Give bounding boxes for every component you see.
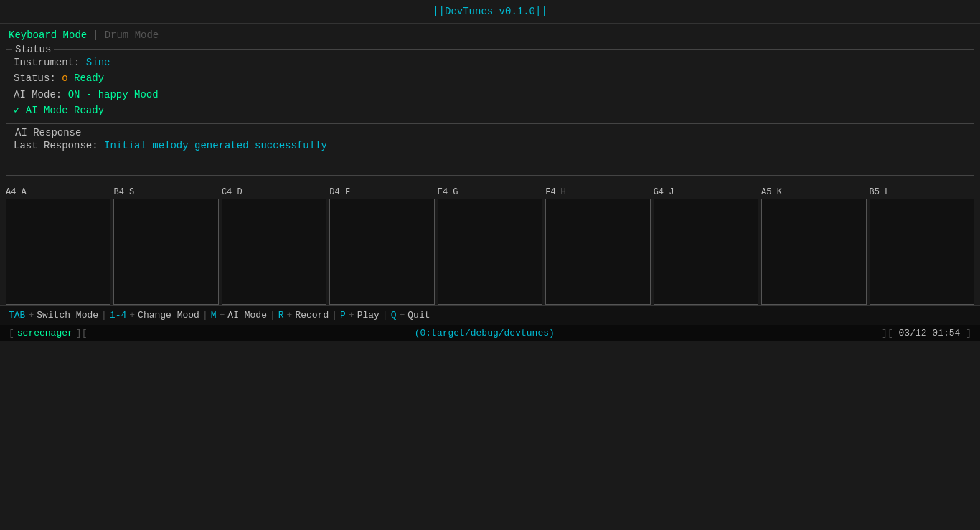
piano-key-group-8: B5 L: [870, 187, 974, 305]
status-line: Status: o Ready: [14, 70, 966, 86]
bottom-action-0: Switch Mode: [37, 310, 98, 321]
bottom-key-4: P: [340, 310, 346, 321]
keyboard-mode-tab[interactable]: Keyboard Mode: [9, 29, 87, 41]
bottom-action-5: Quit: [407, 310, 430, 321]
bottom-action-1: Change Mood: [138, 310, 199, 321]
piano-key-label-0: A4 A: [6, 187, 110, 197]
ai-response-line: Last Response: Initial melody generated …: [14, 138, 966, 153]
piano-keys-area: A4 AB4 SC4 DD4 FE4 GF4 HG4 JA5 KB5 L: [0, 187, 980, 305]
drum-mode-tab[interactable]: Drum Mode: [105, 29, 159, 41]
piano-key-B4[interactable]: [113, 199, 218, 305]
bottom-sep-4: |: [331, 310, 337, 321]
piano-key-D4[interactable]: [329, 199, 434, 305]
piano-key-group-0: A4 A: [6, 187, 110, 305]
piano-key-A4[interactable]: [6, 199, 110, 305]
status-bar-left: [ screenager ][: [9, 328, 87, 339]
bottom-item-1: 1-4 + Change Mood: [110, 310, 199, 321]
piano-key-group-4: E4 G: [438, 187, 542, 305]
instrument-value: Sine: [86, 57, 110, 68]
plus-sep-3: +: [287, 310, 293, 321]
status-indicator: o: [62, 72, 67, 84]
bottom-item-4: P + Play: [340, 310, 380, 321]
ai-response-panel-title: AI Response: [12, 127, 84, 138]
bottom-sep-2: |: [202, 310, 208, 321]
piano-key-label-7: A5 K: [761, 187, 866, 197]
plus-sep-5: +: [399, 310, 405, 321]
ai-ready-text: ✓ AI Mode Ready: [14, 105, 104, 116]
status-label: Status:: [14, 72, 56, 84]
right-bracket: ][: [882, 328, 893, 339]
piano-key-group-6: G4 J: [654, 187, 758, 305]
ai-mode-value: ON - happy Mood: [68, 89, 159, 100]
bottom-bar: TAB + Switch Mode | 1-4 + Change Mood | …: [0, 305, 980, 325]
bottom-action-3: Record: [295, 310, 329, 321]
piano-key-group-1: B4 S: [113, 187, 218, 305]
piano-key-E4[interactable]: [438, 199, 542, 305]
plus-sep-0: +: [28, 310, 34, 321]
piano-key-B5[interactable]: [870, 199, 974, 305]
ai-mode-label: AI Mode:: [14, 89, 62, 100]
bottom-sep-3: |: [270, 310, 275, 321]
mode-tabs: Keyboard Mode | Drum Mode: [0, 24, 980, 47]
piano-key-label-8: B5 L: [870, 187, 974, 197]
piano-key-label-1: B4 S: [113, 187, 218, 197]
piano-key-group-2: C4 D: [222, 187, 326, 305]
bottom-item-2: M + AI Mode: [211, 310, 267, 321]
bottom-key-1: 1-4: [110, 310, 126, 321]
ai-mode-line: AI Mode: ON - happy Mood: [14, 87, 966, 103]
ai-ready-line: ✓ AI Mode Ready: [14, 103, 966, 118]
status-panel-title: Status: [12, 44, 54, 55]
bottom-sep-1: |: [101, 310, 107, 321]
session-name: screenager: [17, 328, 73, 339]
bottom-item-3: R + Record: [278, 310, 329, 321]
piano-key-G4[interactable]: [654, 199, 758, 305]
piano-key-group-3: D4 F: [329, 187, 434, 305]
plus-sep-4: +: [349, 310, 354, 321]
piano-key-C4[interactable]: [222, 199, 326, 305]
bottom-item-5: Q + Quit: [391, 310, 430, 321]
left-bracket: [: [9, 328, 14, 339]
bottom-action-2: AI Mode: [227, 310, 267, 321]
path-text: (0:target/debug/devtunes): [415, 328, 555, 339]
piano-key-F4[interactable]: [545, 199, 650, 305]
bottom-key-2: M: [211, 310, 217, 321]
mid-bracket: ][: [76, 328, 88, 339]
datetime-text: 03/12 01:54: [899, 328, 961, 339]
status-bar: [ screenager ][ (0:target/debug/devtunes…: [0, 325, 980, 341]
plus-sep-1: +: [129, 310, 135, 321]
ai-response-panel: AI Response Last Response: Initial melod…: [6, 133, 974, 176]
status-value: Ready: [74, 72, 104, 84]
status-bar-right: ][ 03/12 01:54 ]: [882, 328, 971, 339]
bottom-action-4: Play: [357, 310, 380, 321]
mode-separator: |: [93, 29, 98, 41]
piano-key-group-5: F4 H: [545, 187, 650, 305]
bottom-key-0: TAB: [9, 310, 25, 321]
bottom-sep-5: |: [382, 310, 388, 321]
status-panel: Status Instrument: Sine Status: o Ready …: [6, 49, 974, 124]
piano-key-A5[interactable]: [761, 199, 866, 305]
last-response-value: Initial melody generated successfully: [104, 140, 327, 151]
title-text: ||DevTunes v0.1.0||: [433, 6, 547, 17]
bottom-item-0: TAB + Switch Mode: [9, 310, 98, 321]
piano-key-group-7: A5 K: [761, 187, 866, 305]
end-bracket: ]: [966, 328, 971, 339]
piano-key-label-4: E4 G: [438, 187, 542, 197]
bottom-key-3: R: [278, 310, 284, 321]
instrument-label: Instrument:: [14, 57, 80, 68]
status-bar-center: (0:target/debug/devtunes): [415, 328, 555, 339]
plus-sep-2: +: [220, 310, 225, 321]
piano-key-label-5: F4 H: [545, 187, 650, 197]
piano-key-label-6: G4 J: [654, 187, 758, 197]
piano-key-label-2: C4 D: [222, 187, 326, 197]
piano-key-label-3: D4 F: [329, 187, 434, 197]
bottom-key-5: Q: [391, 310, 397, 321]
last-response-label: Last Response:: [14, 140, 98, 151]
instrument-line: Instrument: Sine: [14, 55, 966, 70]
title-bar: ||DevTunes v0.1.0||: [0, 0, 980, 24]
